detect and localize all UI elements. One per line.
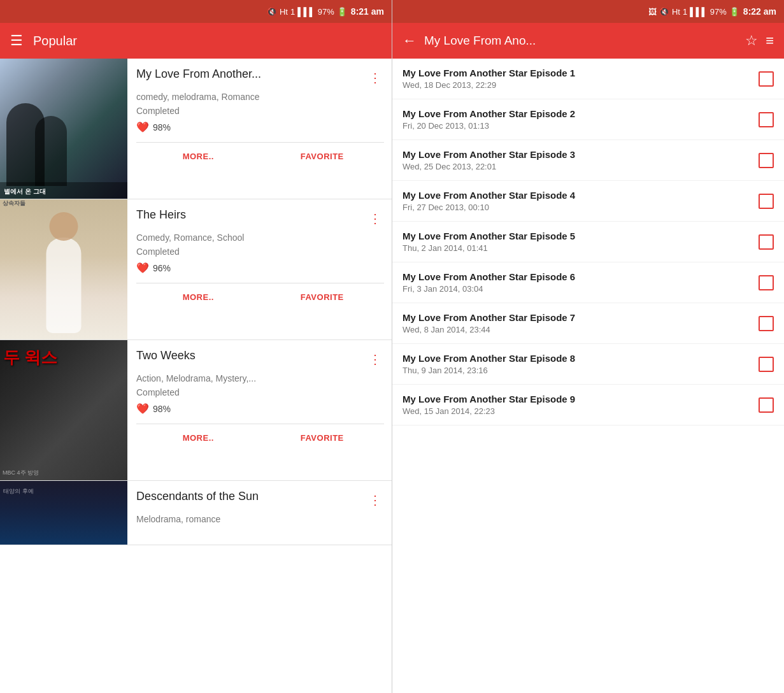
favorite-btn-1[interactable]: FAVORITE	[260, 148, 385, 165]
show-title-3: Two Weeks	[136, 349, 366, 362]
heart-icon-1: ❤️	[136, 121, 149, 133]
episode-checkbox-7[interactable]	[759, 316, 774, 331]
rating-text-2: 96%	[153, 263, 171, 273]
overflow-menu-icon[interactable]: ⋮	[364, 31, 381, 51]
episode-title-9: My Love From Another Star Episode 9	[403, 394, 751, 404]
show-poster-3: 두 윅스 MBC 4주 방영	[0, 340, 127, 480]
episode-date-5: Thu, 2 Jan 2014, 01:41	[403, 243, 751, 253]
show-actions-3: MORE.. FAVORITE	[136, 424, 384, 447]
left-status-icons: 🔇 Ht 1 ▌▌▌ 97%🔋	[267, 7, 347, 17]
show-genres-4: Melodrama, romance	[136, 514, 384, 524]
hamburger-menu-icon[interactable]: ☰	[10, 32, 23, 49]
episode-date-9: Wed, 15 Jan 2014, 22:23	[403, 406, 751, 416]
episode-item-8[interactable]: My Love From Another Star Episode 8Thu, …	[392, 344, 784, 385]
episode-checkbox-5[interactable]	[759, 234, 774, 250]
rating-text-1: 98%	[153, 122, 171, 132]
show-rating-1: ❤️ 98%	[136, 121, 384, 133]
episode-info-8: My Love From Another Star Episode 8Thu, …	[403, 353, 751, 375]
episode-info-6: My Love From Another Star Episode 6Fri, …	[403, 271, 751, 294]
episode-checkbox-6[interactable]	[759, 275, 774, 290]
show-genres-3: Action, Melodrama, Mystery,...	[136, 373, 384, 383]
show-poster-4: 태양의 후예	[0, 481, 127, 545]
episode-date-7: Wed, 8 Jan 2014, 23:44	[403, 325, 751, 334]
episode-checkbox-2[interactable]	[759, 112, 774, 127]
episode-date-8: Thu, 9 Jan 2014, 23:16	[403, 366, 751, 375]
left-status-bar: 🔇 Ht 1 ▌▌▌ 97%🔋 8:21 am	[0, 0, 392, 23]
right-bars-icon: ▌▌▌	[690, 7, 708, 17]
show-rating-2: ❤️ 96%	[136, 262, 384, 274]
episode-title-4: My Love From Another Star Episode 4	[403, 190, 751, 201]
episode-info-4: My Love From Another Star Episode 4Fri, …	[403, 190, 751, 212]
episode-checkbox-8[interactable]	[759, 357, 774, 372]
show-overflow-2[interactable]: ⋮	[366, 208, 384, 229]
mute-icon: 🔇	[267, 7, 277, 17]
show-item-1: 별에서 온 그대 My Love From Another... ⋮ comed…	[0, 59, 392, 199]
more-btn-3[interactable]: MORE..	[136, 429, 260, 447]
favorite-btn-3[interactable]: FAVORITE	[260, 429, 385, 447]
show-poster-1: 별에서 온 그대	[0, 59, 127, 199]
episode-item-6[interactable]: My Love From Another Star Episode 6Fri, …	[392, 262, 784, 303]
episode-item-7[interactable]: My Love From Another Star Episode 7Wed, …	[392, 303, 784, 344]
show-status-2: Completed	[136, 246, 384, 257]
right-toolbar: ← My Love From Ano... ☆ ≡	[392, 23, 784, 59]
right-signal-icon: Ht	[672, 7, 680, 17]
episode-date-3: Wed, 25 Dec 2013, 22:01	[403, 162, 751, 171]
episode-item-3[interactable]: My Love From Another Star Episode 3Wed, …	[392, 140, 784, 181]
episode-title-1: My Love From Another Star Episode 1	[403, 68, 751, 78]
more-btn-2[interactable]: MORE..	[136, 289, 260, 306]
show-info-1: My Love From Another... ⋮ comedy, melodr…	[127, 59, 392, 199]
episode-item-2[interactable]: My Love From Another Star Episode 2Fri, …	[392, 99, 784, 140]
show-item-3: 두 윅스 MBC 4주 방영 Two Weeks ⋮ Action, Melod…	[0, 340, 392, 481]
episode-item-1[interactable]: My Love From Another Star Episode 1Wed, …	[392, 59, 784, 99]
right-toolbar-title: My Love From Ano...	[424, 34, 738, 48]
show-genres-1: comedy, melodrama, Romance	[136, 92, 384, 102]
episode-checkbox-3[interactable]	[759, 153, 774, 168]
show-poster-2: 상속자들	[0, 199, 127, 339]
episode-checkbox-1[interactable]	[759, 71, 774, 87]
filter-icon[interactable]: ≡	[766, 32, 774, 49]
show-info-3: Two Weeks ⋮ Action, Melodrama, Mystery,.…	[127, 340, 392, 480]
show-genres-2: Comedy, Romance, School	[136, 232, 384, 243]
episode-checkbox-9[interactable]	[759, 397, 774, 413]
right-status-bar: 🖼 🔇 Ht 1 ▌▌▌ 97%🔋 8:22 am	[392, 0, 784, 23]
left-toolbar-title: Popular	[33, 34, 353, 48]
episode-item-9[interactable]: My Love From Another Star Episode 9Wed, …	[392, 385, 784, 425]
episode-info-5: My Love From Another Star Episode 5Thu, …	[403, 231, 751, 253]
episode-title-8: My Love From Another Star Episode 8	[403, 353, 751, 364]
right-mute-icon: 🔇	[659, 7, 669, 17]
show-header-2: The Heirs ⋮	[136, 208, 384, 229]
show-overflow-4[interactable]: ⋮	[366, 490, 384, 510]
right-network-icon: 1	[683, 7, 687, 17]
network-icon: 1	[290, 7, 295, 17]
episode-item-4[interactable]: My Love From Another Star Episode 4Fri, …	[392, 181, 784, 222]
episode-info-1: My Love From Another Star Episode 1Wed, …	[403, 68, 751, 90]
show-overflow-3[interactable]: ⋮	[366, 349, 384, 369]
episode-title-3: My Love From Another Star Episode 3	[403, 149, 751, 160]
show-status-3: Completed	[136, 387, 384, 397]
episode-date-6: Fri, 3 Jan 2014, 03:04	[403, 284, 751, 294]
show-rating-3: ❤️ 98%	[136, 403, 384, 415]
rating-text-3: 98%	[153, 404, 171, 414]
favorite-btn-2[interactable]: FAVORITE	[260, 289, 385, 306]
more-btn-1[interactable]: MORE..	[136, 148, 260, 165]
show-info-4: Descendants of the Sun ⋮ Melodrama, roma…	[127, 481, 392, 545]
episode-date-1: Wed, 18 Dec 2013, 22:29	[403, 80, 751, 90]
episode-checkbox-4[interactable]	[759, 194, 774, 209]
show-title-1: My Love From Another...	[136, 68, 366, 81]
episode-date-4: Fri, 27 Dec 2013, 00:10	[403, 203, 751, 212]
left-toolbar: ☰ Popular ⋮	[0, 23, 392, 59]
back-button[interactable]: ←	[403, 32, 417, 49]
bars-icon: ▌▌▌	[297, 7, 315, 17]
show-info-2: The Heirs ⋮ Comedy, Romance, School Comp…	[127, 199, 392, 339]
show-status-1: Completed	[136, 106, 384, 116]
favorite-star-icon[interactable]: ☆	[745, 32, 758, 49]
left-content: 별에서 온 그대 My Love From Another... ⋮ comed…	[0, 59, 392, 693]
show-title-4: Descendants of the Sun	[136, 490, 366, 503]
episode-title-7: My Love From Another Star Episode 7	[403, 312, 751, 323]
show-actions-1: MORE.. FAVORITE	[136, 142, 384, 165]
episode-item-5[interactable]: My Love From Another Star Episode 5Thu, …	[392, 222, 784, 262]
show-overflow-1[interactable]: ⋮	[366, 68, 384, 88]
right-image-icon: 🖼	[648, 7, 657, 17]
show-header-1: My Love From Another... ⋮	[136, 68, 384, 88]
right-panel: 🖼 🔇 Ht 1 ▌▌▌ 97%🔋 8:22 am ← My Love From…	[392, 0, 784, 693]
